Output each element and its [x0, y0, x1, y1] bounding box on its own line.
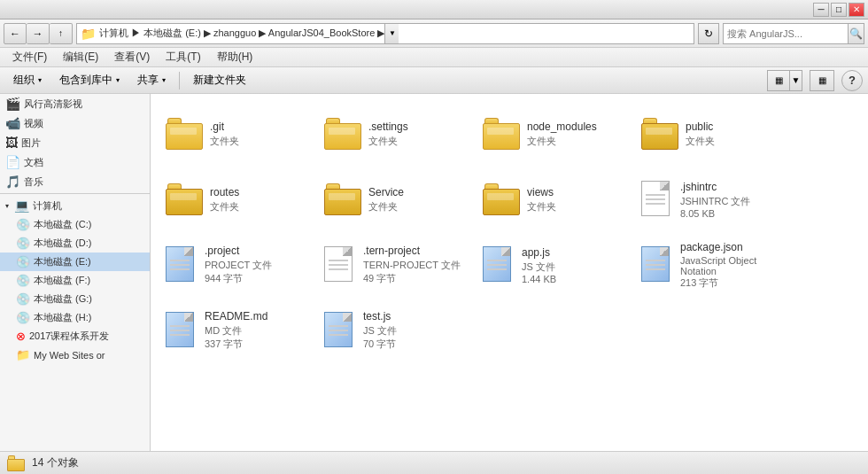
file-name-git: .git — [210, 120, 308, 133]
share-arrow: ▾ — [162, 76, 166, 84]
sidebar: 🎬 风行高清影视 📹 视频 🖼 图片 📄 文档 🎵 音乐 ▾ 💻 计算机 💿 — [0, 94, 151, 451]
file-size-tern_project: 49 字节 — [363, 272, 467, 285]
status-object-count: 14 个对象 — [32, 455, 79, 470]
maximize-button[interactable]: □ — [831, 3, 847, 17]
sidebar-item-label: 风行高清影视 — [24, 97, 82, 111]
sidebar-item-label: 本地磁盘 (G:) — [34, 292, 92, 306]
address-dropdown[interactable]: ▼ — [384, 23, 399, 44]
file-name-settings: .settings — [368, 120, 467, 133]
view-icon-button[interactable]: ▦ — [768, 71, 789, 90]
file-info-jshintrc: .jshintrcJSHINTRC 文件8.05 KB — [680, 181, 784, 219]
file-item-jshintrc[interactable]: .jshintrcJSHINTRC 文件8.05 KB — [635, 168, 790, 230]
sidebar-item-local-e[interactable]: 💿 本地磁盘 (E:) — [0, 253, 150, 271]
toolbar-separator — [179, 72, 180, 89]
disk-icon: 💿 — [16, 292, 30, 306]
file-info-appjs: app.jsJS 文件1.44 KB — [522, 246, 625, 284]
sidebar-item-doc[interactable]: 📄 文档 — [0, 152, 150, 172]
menu-tools[interactable]: 工具(T) — [159, 48, 207, 66]
file-type-routes: 文件夹 — [210, 200, 308, 214]
minimize-button[interactable]: ─ — [813, 3, 829, 17]
sidebar-item-course2017[interactable]: ⊗ 2017课程体系开发 — [0, 327, 150, 346]
file-item-views[interactable]: views文件夹 — [477, 168, 632, 230]
back-button[interactable]: ← — [4, 23, 27, 44]
sidebar-item-music[interactable]: 🎵 音乐 — [0, 172, 150, 191]
help-button[interactable]: ? — [841, 70, 863, 91]
sidebar-item-local-d[interactable]: 💿 本地磁盘 (D:) — [0, 234, 150, 253]
collapse-arrow-icon: ▾ — [5, 202, 9, 210]
file-area: .git文件夹.settings文件夹node_modules文件夹public… — [151, 94, 868, 451]
file-type-node_modules: 文件夹 — [527, 135, 625, 148]
sidebar-section-computer[interactable]: ▾ 💻 计算机 — [0, 196, 150, 215]
close-button[interactable]: ✕ — [849, 3, 864, 17]
organize-button[interactable]: 组织 ▾ — [5, 70, 50, 91]
file-info-git: .git文件夹 — [210, 120, 308, 148]
sidebar-item-image[interactable]: 🖼 图片 — [0, 133, 150, 152]
view-arrow-button[interactable]: ▼ — [789, 71, 802, 90]
file-item-tern_project[interactable]: .tern-projectTERN-PROJECT 文件49 字节 — [318, 234, 473, 296]
sidebar-item-label: 2017课程体系开发 — [29, 330, 109, 343]
file-type-testjs: JS 文件 — [363, 324, 467, 338]
sidebar-item-label: 文档 — [24, 156, 43, 169]
preview-pane-button[interactable]: ▦ — [810, 70, 834, 91]
file-type-appjs: JS 文件 — [522, 260, 625, 274]
file-item-appjs[interactable]: app.jsJS 文件1.44 KB — [477, 234, 632, 296]
file-item-readme[interactable]: README.mdMD 文件337 字节 — [159, 299, 314, 361]
new-folder-button[interactable]: 新建文件夹 — [185, 70, 254, 91]
file-item-git[interactable]: .git文件夹 — [159, 103, 314, 165]
organize-label: 组织 — [13, 73, 35, 88]
up-button[interactable]: ↑ — [50, 23, 73, 44]
include-library-button[interactable]: 包含到库中 ▾ — [51, 70, 128, 91]
search-wrapper: 🔍 — [723, 23, 864, 44]
image-icon: 🖼 — [5, 136, 18, 150]
file-info-node_modules: node_modules文件夹 — [527, 120, 625, 148]
file-type-git: 文件夹 — [210, 135, 308, 148]
view-buttons: ▦ ▼ — [767, 70, 802, 91]
file-info-testjs: test.jsJS 文件70 字节 — [363, 310, 467, 351]
sidebar-item-local-f[interactable]: 💿 本地磁盘 (F:) — [0, 271, 150, 290]
film-icon: 🎬 — [5, 97, 20, 111]
file-item-settings[interactable]: .settings文件夹 — [318, 103, 473, 165]
file-size-packagejson: 213 字节 — [680, 276, 784, 290]
file-item-service[interactable]: Service文件夹 — [318, 168, 473, 230]
file-item-project[interactable]: .projectPROJECT 文件944 字节 — [159, 234, 314, 296]
sidebar-item-label: 本地磁盘 (D:) — [34, 237, 91, 250]
refresh-button[interactable]: ↻ — [698, 23, 719, 44]
search-input[interactable] — [724, 28, 848, 39]
sidebar-item-local-h[interactable]: 💿 本地磁盘 (H:) — [0, 308, 150, 327]
forward-button[interactable]: → — [27, 23, 50, 44]
file-info-views: views文件夹 — [527, 186, 625, 214]
file-item-routes[interactable]: routes文件夹 — [159, 168, 314, 230]
sidebar-item-mywebsites[interactable]: 📁 My Web Sites or — [0, 346, 150, 364]
document-icon: 📄 — [5, 155, 20, 169]
sidebar-item-local-g[interactable]: 💿 本地磁盘 (G:) — [0, 290, 150, 308]
file-size-testjs: 70 字节 — [363, 338, 467, 351]
menu-help[interactable]: 帮助(H) — [210, 48, 260, 66]
address-bar[interactable]: 📁 计算机 ▶ 本地磁盘 (E:) ▶ zhangguo ▶ AngularJS… — [76, 23, 694, 44]
menu-file[interactable]: 文件(F) — [5, 48, 54, 66]
file-info-tern_project: .tern-projectTERN-PROJECT 文件49 字节 — [363, 245, 467, 285]
file-info-public: public文件夹 — [686, 120, 784, 148]
address-bar-row: ← → ↑ 📁 计算机 ▶ 本地磁盘 (E:) ▶ zhangguo ▶ Ang… — [0, 19, 868, 48]
file-item-packagejson[interactable]: package.jsonJavaScript Object Notation21… — [635, 234, 790, 296]
title-bar: ─ □ ✕ — [0, 0, 868, 19]
file-item-node_modules[interactable]: node_modules文件夹 — [477, 103, 632, 165]
sidebar-item-label: 视频 — [24, 117, 43, 130]
sidebar-item-label: 图片 — [21, 136, 41, 150]
sidebar-item-fengxing[interactable]: 🎬 风行高清影视 — [0, 94, 150, 113]
sidebar-item-video[interactable]: 📹 视频 — [0, 113, 150, 133]
search-button[interactable]: 🔍 — [848, 24, 864, 43]
file-item-public[interactable]: public文件夹 — [635, 103, 790, 165]
menu-bar: 文件(F) 编辑(E) 查看(V) 工具(T) 帮助(H) — [0, 48, 868, 67]
file-size-jshintrc: 8.05 KB — [680, 208, 784, 219]
new-folder-label: 新建文件夹 — [193, 73, 246, 88]
file-name-jshintrc: .jshintrc — [680, 181, 784, 193]
file-name-readme: README.md — [205, 310, 308, 322]
sidebar-item-local-c[interactable]: 💿 本地磁盘 (C:) — [0, 215, 150, 234]
share-button[interactable]: 共享 ▾ — [129, 70, 174, 91]
organize-arrow: ▾ — [38, 76, 42, 84]
file-name-packagejson: package.json — [680, 241, 784, 253]
menu-view[interactable]: 查看(V) — [107, 48, 157, 66]
file-item-testjs[interactable]: test.jsJS 文件70 字节 — [318, 299, 473, 361]
disk-icon: 💿 — [16, 274, 30, 287]
menu-edit[interactable]: 编辑(E) — [56, 48, 105, 66]
